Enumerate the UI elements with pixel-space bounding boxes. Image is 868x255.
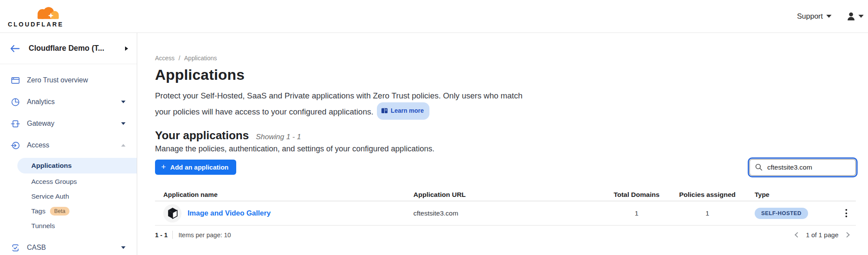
- window-icon: [10, 76, 20, 85]
- add-application-button[interactable]: + Add an application: [155, 160, 236, 175]
- sidebar-item-tunnels[interactable]: Tunnels: [0, 219, 137, 233]
- description-text: Protect your Self-Hosted, SaaS and Priva…: [155, 91, 522, 116]
- cloudflare-logo-text: CLOUDFLARE: [8, 21, 63, 28]
- chevron-down-icon: [826, 15, 832, 18]
- sidebar-item-gateway[interactable]: Gateway: [0, 113, 137, 134]
- applications-table: Application name Application URL Total D…: [155, 188, 856, 226]
- column-header-total-domains: Total Domains: [600, 191, 673, 199]
- page-title: Applications: [155, 66, 856, 83]
- plus-icon: +: [161, 163, 166, 171]
- back-arrow-icon[interactable]: [10, 44, 20, 53]
- chevron-right-icon[interactable]: [125, 46, 128, 51]
- sidebar-item-analytics[interactable]: Analytics: [0, 91, 137, 113]
- chevron-down-icon: [121, 246, 125, 249]
- table-header-row: Application name Application URL Total D…: [155, 188, 856, 201]
- sidebar-item-applications[interactable]: Applications: [17, 158, 137, 173]
- search-input[interactable]: [749, 159, 856, 176]
- sidebar-item-access[interactable]: Access: [0, 134, 137, 156]
- sidebar-item-label: CASB: [27, 244, 121, 252]
- divider: [172, 231, 173, 239]
- account-name[interactable]: Cloudflare Demo (T...: [29, 44, 125, 53]
- sidebar-nav: Zero Trust overview Analytics: [0, 64, 137, 255]
- page-info: 1 of 1 page: [806, 231, 838, 239]
- sidebar-item-label: Access Groups: [31, 178, 77, 186]
- breadcrumb-separator: /: [178, 55, 180, 62]
- learn-more-label: Learn more: [391, 104, 424, 118]
- application-url-cell: cftestsite3.com: [413, 209, 600, 217]
- sidebar-item-service-auth[interactable]: Service Auth: [0, 189, 137, 204]
- app-cube-icon: [163, 204, 182, 222]
- total-domains-cell: 1: [600, 209, 673, 217]
- sidebar-item-access-groups[interactable]: Access Groups: [0, 174, 137, 189]
- sidebar-item-zero-trust-overview[interactable]: Zero Trust overview: [0, 69, 137, 91]
- application-name-link[interactable]: Image and Video Gallery: [188, 209, 271, 217]
- access-submenu: Applications Access Groups Service Auth …: [0, 158, 137, 233]
- sidebar-item-label: Access: [27, 141, 121, 149]
- casb-check-icon: [10, 243, 20, 252]
- column-header-application-url: Application URL: [413, 191, 600, 199]
- breadcrumb-access[interactable]: Access: [155, 55, 175, 62]
- sidebar-item-label: Service Auth: [31, 193, 69, 200]
- sidebar-item-label: Tags: [31, 207, 46, 215]
- login-arrow-icon: [10, 141, 20, 150]
- policies-assigned-cell: 1: [673, 209, 742, 217]
- type-badge: SELF-HOSTED: [755, 208, 808, 219]
- main-content: Access / Applications Applications Prote…: [137, 33, 868, 255]
- chevron-down-icon: [121, 101, 125, 103]
- column-header-policies-assigned: Policies assigned: [673, 191, 742, 199]
- table-row: Image and Video Gallery cftestsite3.com …: [155, 201, 856, 226]
- sidebar-item-label: Gateway: [27, 120, 121, 128]
- support-menu[interactable]: Support: [797, 12, 832, 21]
- user-icon: [846, 12, 856, 21]
- section-heading: Your applications: [155, 129, 249, 142]
- sidebar-item-casb[interactable]: CASB: [0, 237, 137, 255]
- learn-more-badge[interactable]: Learn more: [377, 102, 429, 120]
- pie-chart-icon: [10, 98, 20, 107]
- sidebar: Cloudflare Demo (T... Zero Trust overvie…: [0, 33, 137, 255]
- gateway-icon: [10, 119, 20, 128]
- previous-page-icon[interactable]: [795, 232, 800, 238]
- column-header-type: Type: [742, 191, 837, 198]
- book-icon: [381, 108, 388, 114]
- sidebar-item-label: Zero Trust overview: [27, 76, 125, 84]
- section-subtext: Manage the policies, authentication, and…: [155, 144, 856, 154]
- sidebar-item-label: Analytics: [27, 98, 121, 106]
- pagination-range: 1 - 1: [155, 232, 168, 239]
- chevron-down-icon: [858, 15, 864, 18]
- chevron-down-icon: [121, 122, 125, 125]
- breadcrumb: Access / Applications: [155, 55, 856, 62]
- cloudflare-cloud-icon: [33, 6, 64, 21]
- page-description: Protect your Self-Hosted, SaaS and Priva…: [155, 89, 537, 120]
- user-menu[interactable]: [846, 12, 864, 21]
- row-menu-kebab-icon[interactable]: [844, 207, 849, 219]
- next-page-icon[interactable]: [844, 232, 850, 238]
- column-header-application-name: Application name: [155, 191, 413, 198]
- cloudflare-logo[interactable]: CLOUDFLARE: [8, 3, 69, 29]
- search-box: [749, 159, 856, 176]
- items-per-page[interactable]: Items per page: 10: [178, 232, 231, 239]
- sidebar-item-tags[interactable]: Tags Beta: [0, 204, 137, 219]
- pagination: 1 - 1 Items per page: 10 1 of 1 page: [155, 231, 856, 239]
- add-application-label: Add an application: [170, 163, 228, 171]
- beta-badge: Beta: [50, 207, 70, 216]
- chevron-up-icon: [121, 144, 125, 147]
- breadcrumb-applications[interactable]: Applications: [184, 55, 217, 62]
- top-bar: CLOUDFLARE Support: [0, 0, 868, 33]
- sidebar-item-label: Applications: [31, 162, 72, 170]
- sidebar-account-header: Cloudflare Demo (T...: [0, 33, 137, 64]
- support-label: Support: [797, 12, 823, 21]
- showing-count: Showing 1 - 1: [256, 133, 301, 141]
- sidebar-item-label: Tunnels: [31, 222, 55, 230]
